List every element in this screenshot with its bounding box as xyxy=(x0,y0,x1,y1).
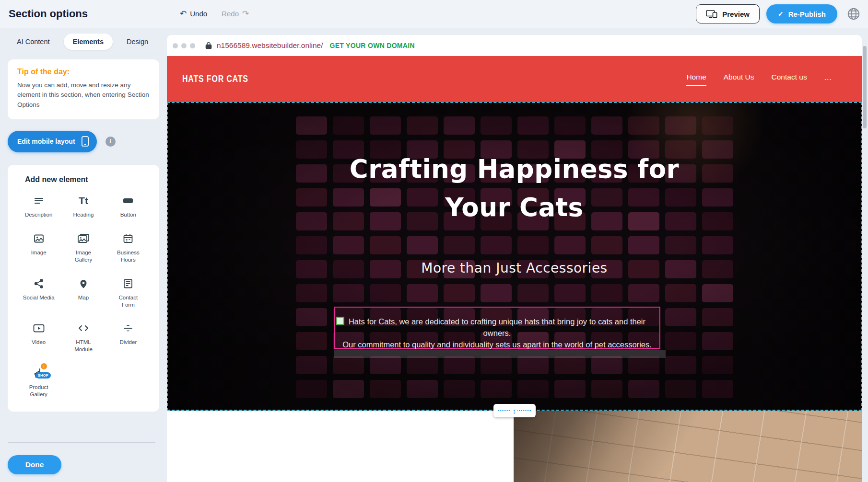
mobile-layout-row: Edit mobile layout i xyxy=(8,131,159,152)
nav-contact-us[interactable]: Contact us xyxy=(772,73,807,86)
section-resize-handle[interactable]: ↕ xyxy=(493,404,536,417)
image-gallery-icon xyxy=(77,231,90,246)
element-image[interactable]: Image xyxy=(17,231,60,264)
wall-tile xyxy=(444,356,475,374)
element-video[interactable]: Video xyxy=(17,321,60,353)
shop-pill-label: SHOP xyxy=(35,372,51,379)
element-business-hours[interactable]: Business Hours xyxy=(107,231,150,264)
nav-home[interactable]: Home xyxy=(686,73,706,86)
shop-upgrade-badge-icon: ↑ xyxy=(41,363,47,369)
tab-ai-content[interactable]: AI Content xyxy=(8,34,59,50)
nav-more-button[interactable]: ... xyxy=(824,73,832,85)
element-label: HTML Module xyxy=(68,339,99,353)
undo-button[interactable]: ↶ Undo xyxy=(180,9,207,19)
element-label: Video xyxy=(32,339,46,346)
redo-button[interactable]: Redo ↷ xyxy=(222,9,249,19)
wall-tile xyxy=(333,380,364,398)
wall-tile xyxy=(517,356,549,374)
wall-tile xyxy=(407,380,438,398)
wall-tile xyxy=(444,116,475,135)
tip-title: Tip of the day: xyxy=(17,68,150,76)
info-icon[interactable]: i xyxy=(106,137,116,147)
site-nav: Home About Us Contact us ... xyxy=(686,73,862,86)
edit-mobile-layout-button[interactable]: Edit mobile layout xyxy=(8,131,97,152)
hero-heading[interactable]: Crafting Happiness for Your Cats xyxy=(168,150,861,227)
element-label: Social Media xyxy=(23,294,55,301)
add-element-panel: Add new element Description Tt Heading xyxy=(8,165,159,412)
wall-tile xyxy=(407,356,438,374)
wall-tile xyxy=(554,356,586,374)
element-image-gallery[interactable]: Image Gallery xyxy=(62,231,105,264)
wall-tile xyxy=(628,284,659,302)
wall-tile xyxy=(517,284,549,302)
sidebar: AI Content Elements Design Tip of the da… xyxy=(0,28,167,482)
wall-tile xyxy=(591,380,622,398)
website-builder-app: Section options ↶ Undo Redo ↷ xyxy=(0,0,868,482)
republish-button[interactable]: ✓ Re-Publish xyxy=(766,4,837,23)
element-label: Image xyxy=(31,249,47,256)
wall-tile xyxy=(407,116,438,135)
element-heading[interactable]: Tt Heading xyxy=(62,194,105,218)
element-html-module[interactable]: HTML Module xyxy=(62,321,105,353)
wall-tile xyxy=(370,116,401,135)
tab-elements[interactable]: Elements xyxy=(64,34,113,50)
element-button[interactable]: Button xyxy=(107,194,150,218)
wall-tile xyxy=(517,116,549,135)
wall-tile xyxy=(370,284,401,302)
wall-tile xyxy=(702,380,733,398)
resize-arrows-icon: ↕ xyxy=(511,407,518,414)
element-description[interactable]: Description xyxy=(17,194,60,218)
product-gallery-icon: SHOP ↑ xyxy=(33,366,45,380)
page-title: Section options xyxy=(9,8,88,20)
site-logo[interactable]: HATS FOR CATS xyxy=(182,74,248,84)
topbar-actions: Preview ✓ Re-Publish xyxy=(696,4,863,23)
globe-icon xyxy=(846,7,861,21)
phone-icon xyxy=(81,136,89,147)
add-element-title: Add new element xyxy=(25,175,150,184)
wall-tile xyxy=(481,380,512,398)
next-section-preview[interactable] xyxy=(167,411,862,482)
undo-icon: ↶ xyxy=(180,9,187,19)
wall-tile xyxy=(665,308,696,326)
undo-label: Undo xyxy=(190,10,207,18)
wall-tile xyxy=(665,332,696,350)
wall-tile xyxy=(554,116,586,135)
wall-tile xyxy=(444,380,475,398)
element-product-gallery[interactable]: SHOP ↑ Product Gallery xyxy=(17,366,60,398)
element-social-media[interactable]: Social Media xyxy=(17,276,60,309)
wall-tile xyxy=(554,236,586,254)
image-icon xyxy=(33,231,45,246)
wall-tile xyxy=(591,116,622,135)
wall-tile xyxy=(702,236,733,254)
wall-tile xyxy=(702,116,733,135)
wall-tile xyxy=(517,380,549,398)
site-url[interactable]: n1566589.websitebuilder.online/ xyxy=(217,41,323,50)
edit-mobile-layout-label: Edit mobile layout xyxy=(17,138,75,145)
nav-about-us[interactable]: About Us xyxy=(724,73,754,86)
language-globe-button[interactable] xyxy=(844,4,863,23)
preview-button[interactable]: Preview xyxy=(696,4,760,23)
button-icon xyxy=(122,194,134,208)
hero-text-block-selected[interactable]: Hats for Cats, we are dedicated to craft… xyxy=(334,307,660,349)
element-divider[interactable]: Divider xyxy=(107,321,150,353)
republish-label: Re-Publish xyxy=(788,10,826,18)
get-domain-link[interactable]: GET YOUR OWN DOMAIN xyxy=(329,42,414,49)
site-header[interactable]: HATS FOR CATS Home About Us Contact us .… xyxy=(167,56,862,102)
wall-tile xyxy=(665,356,696,374)
wall-tile xyxy=(296,332,327,350)
element-ghost-highlight xyxy=(334,350,666,358)
canvas-scrollbar[interactable] xyxy=(863,46,867,128)
tab-design[interactable]: Design xyxy=(117,34,157,50)
video-icon xyxy=(33,321,45,335)
drag-resize-handle[interactable] xyxy=(336,317,344,325)
element-contact-form[interactable]: Contact Form xyxy=(107,276,150,309)
hero-heading-line2: Your Cats xyxy=(168,188,861,227)
wall-tile xyxy=(702,308,733,326)
hero-section-selected[interactable]: Crafting Happiness for Your Cats More th… xyxy=(167,102,862,411)
hero-subheading[interactable]: More than Just Accessories xyxy=(168,260,861,276)
element-map[interactable]: Map xyxy=(62,276,105,309)
done-button[interactable]: Done xyxy=(8,455,61,474)
browser-chrome-bar: n1566589.websitebuilder.online/ GET YOUR… xyxy=(167,35,862,56)
editor-canvas: n1566589.websitebuilder.online/ GET YOUR… xyxy=(167,28,868,482)
wall-tile xyxy=(665,236,696,254)
